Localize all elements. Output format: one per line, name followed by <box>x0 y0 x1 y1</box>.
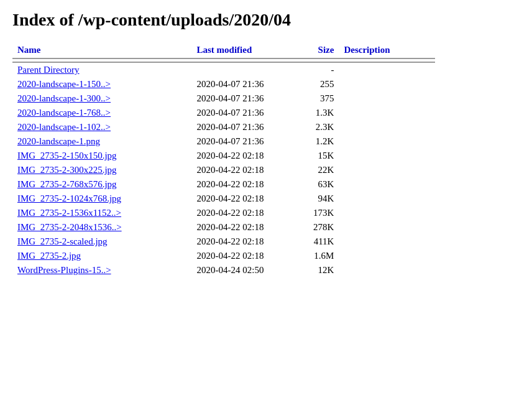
table-row: 2020-landscape-1-102..>2020-04-07 21:362… <box>12 120 435 134</box>
file-name-cell: WordPress-Plugins-15..> <box>12 263 191 277</box>
file-size-cell: 15K <box>294 149 339 163</box>
file-modified-cell: 2020-04-22 02:18 <box>191 206 294 220</box>
col-header-description[interactable]: Description <box>339 42 435 58</box>
file-name-cell: Parent Directory <box>12 62 191 77</box>
file-link[interactable]: IMG_2735-2-768x576.jpg <box>17 179 117 189</box>
file-size-cell: 1.2K <box>294 134 339 149</box>
file-link[interactable]: IMG_2735-2-scaled.jpg <box>17 236 108 246</box>
table-row: IMG_2735-2-1536x1152..>2020-04-22 02:181… <box>12 206 435 220</box>
file-link[interactable]: IMG_2735-2-150x150.jpg <box>17 151 117 160</box>
file-listing-table: Name Last modified Size Description Pare… <box>12 42 435 277</box>
file-link[interactable]: Parent Directory <box>17 65 80 75</box>
file-description-cell <box>339 62 435 77</box>
file-link[interactable]: IMG_2735-2-300x225.jpg <box>17 165 117 175</box>
file-modified-cell: 2020-04-22 02:18 <box>191 192 294 206</box>
file-modified-cell: 2020-04-24 02:50 <box>191 263 294 277</box>
sort-by-modified-link[interactable]: Last modified <box>196 45 252 55</box>
col-header-name[interactable]: Name <box>12 42 191 58</box>
file-description-cell <box>339 149 435 163</box>
file-name-cell: IMG_2735-2-scaled.jpg <box>12 235 191 249</box>
file-size-cell: 375 <box>294 91 339 106</box>
file-modified-cell: 2020-04-22 02:18 <box>191 220 294 235</box>
file-description-cell <box>339 235 435 249</box>
file-size-cell: - <box>294 62 339 77</box>
file-name-cell: 2020-landscape-1-300..> <box>12 91 191 106</box>
table-row: 2020-landscape-1-768..>2020-04-07 21:361… <box>12 106 435 120</box>
file-size-cell: 22K <box>294 163 339 177</box>
file-link[interactable]: IMG_2735-2-2048x1536..> <box>17 222 122 232</box>
file-description-cell <box>339 249 435 263</box>
table-row: Parent Directory- <box>12 62 435 77</box>
table-row: IMG_2735-2-768x576.jpg2020-04-22 02:1863… <box>12 177 435 192</box>
file-modified-cell: 2020-04-22 02:18 <box>191 163 294 177</box>
file-name-cell: IMG_2735-2-2048x1536..> <box>12 220 191 235</box>
file-description-cell <box>339 120 435 134</box>
file-modified-cell: 2020-04-07 21:36 <box>191 77 294 91</box>
file-modified-cell: 2020-04-22 02:18 <box>191 249 294 263</box>
table-row: 2020-landscape-1-150..>2020-04-07 21:362… <box>12 77 435 91</box>
col-header-size[interactable]: Size <box>294 42 339 58</box>
table-row: WordPress-Plugins-15..>2020-04-24 02:501… <box>12 263 435 277</box>
file-modified-cell: 2020-04-07 21:36 <box>191 134 294 149</box>
file-size-cell: 1.3K <box>294 106 339 120</box>
file-modified-cell: 2020-04-07 21:36 <box>191 120 294 134</box>
file-link[interactable]: 2020-landscape-1-150..> <box>17 79 111 89</box>
table-row: 2020-landscape-1-300..>2020-04-07 21:363… <box>12 91 435 106</box>
file-description-cell <box>339 263 435 277</box>
file-link[interactable]: WordPress-Plugins-15..> <box>17 265 111 275</box>
file-description-cell <box>339 77 435 91</box>
file-size-cell: 278K <box>294 220 339 235</box>
file-name-cell: IMG_2735-2-1536x1152..> <box>12 206 191 220</box>
file-description-cell <box>339 106 435 120</box>
file-name-cell: 2020-landscape-1-768..> <box>12 106 191 120</box>
file-size-cell: 12K <box>294 263 339 277</box>
table-row: IMG_2735-2-150x150.jpg2020-04-22 02:1815… <box>12 149 435 163</box>
file-size-cell: 1.6M <box>294 249 339 263</box>
file-size-cell: 255 <box>294 77 339 91</box>
file-link[interactable]: IMG_2735-2-1536x1152..> <box>17 208 121 218</box>
file-modified-cell: 2020-04-22 02:18 <box>191 235 294 249</box>
file-size-cell: 94K <box>294 192 339 206</box>
file-modified-cell: 2020-04-07 21:36 <box>191 106 294 120</box>
file-link[interactable]: IMG_2735-2-1024x768.jpg <box>17 193 121 203</box>
file-description-cell <box>339 134 435 149</box>
file-name-cell: 2020-landscape-1.png <box>12 134 191 149</box>
file-link[interactable]: 2020-landscape-1-300..> <box>17 93 111 103</box>
file-name-cell: IMG_2735-2-1024x768.jpg <box>12 192 191 206</box>
file-name-cell: IMG_2735-2.jpg <box>12 249 191 263</box>
file-name-cell: 2020-landscape-1-150..> <box>12 77 191 91</box>
table-row: IMG_2735-2.jpg2020-04-22 02:181.6M <box>12 249 435 263</box>
table-row: IMG_2735-2-300x225.jpg2020-04-22 02:1822… <box>12 163 435 177</box>
table-row: 2020-landscape-1.png2020-04-07 21:361.2K <box>12 134 435 149</box>
file-name-cell: IMG_2735-2-300x225.jpg <box>12 163 191 177</box>
sort-by-name-link[interactable]: Name <box>17 45 41 55</box>
file-size-cell: 411K <box>294 235 339 249</box>
file-description-cell <box>339 192 435 206</box>
file-link[interactable]: 2020-landscape-1-768..> <box>17 108 111 118</box>
file-modified-cell: 2020-04-22 02:18 <box>191 177 294 192</box>
file-modified-cell <box>191 62 294 77</box>
file-link[interactable]: 2020-landscape-1.png <box>17 136 100 146</box>
table-row: IMG_2735-2-scaled.jpg2020-04-22 02:18411… <box>12 235 435 249</box>
file-description-cell <box>339 163 435 177</box>
file-modified-cell: 2020-04-07 21:36 <box>191 91 294 106</box>
file-modified-cell: 2020-04-22 02:18 <box>191 149 294 163</box>
file-name-cell: 2020-landscape-1-102..> <box>12 120 191 134</box>
file-description-cell <box>339 206 435 220</box>
file-description-cell <box>339 177 435 192</box>
sort-by-description-link[interactable]: Description <box>344 45 390 55</box>
sort-by-size-link[interactable]: Size <box>318 45 334 55</box>
file-description-cell <box>339 91 435 106</box>
file-size-cell: 173K <box>294 206 339 220</box>
table-row: IMG_2735-2-2048x1536..>2020-04-22 02:182… <box>12 220 435 235</box>
file-name-cell: IMG_2735-2-768x576.jpg <box>12 177 191 192</box>
page-title: Index of /wp-content/uploads/2020/04 <box>12 10 520 30</box>
file-size-cell: 2.3K <box>294 120 339 134</box>
col-header-modified[interactable]: Last modified <box>191 42 294 58</box>
file-size-cell: 63K <box>294 177 339 192</box>
file-description-cell <box>339 220 435 235</box>
file-name-cell: IMG_2735-2-150x150.jpg <box>12 149 191 163</box>
table-row: IMG_2735-2-1024x768.jpg2020-04-22 02:189… <box>12 192 435 206</box>
file-link[interactable]: 2020-landscape-1-102..> <box>17 122 111 132</box>
file-link[interactable]: IMG_2735-2.jpg <box>17 251 81 261</box>
